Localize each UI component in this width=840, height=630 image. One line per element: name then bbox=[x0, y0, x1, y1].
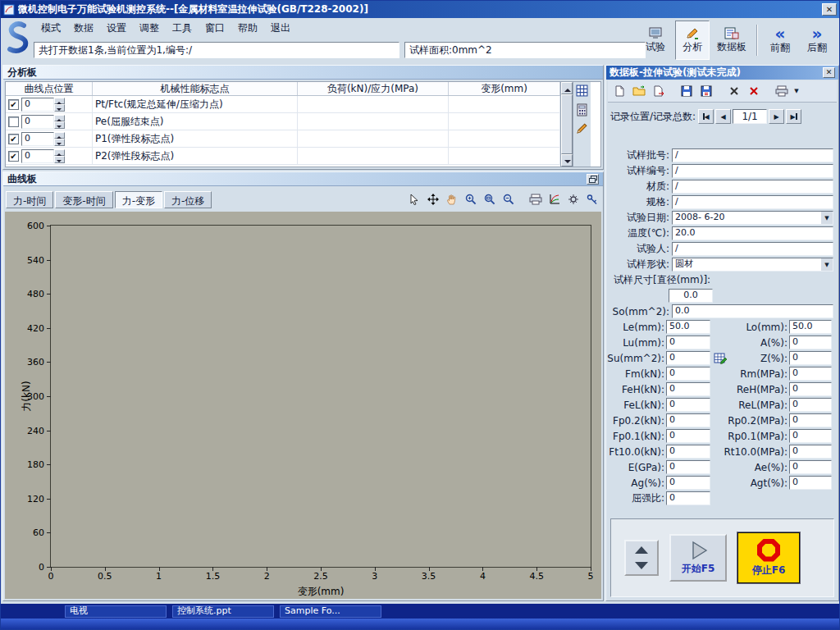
menu-item-tools[interactable]: 工具 bbox=[167, 19, 198, 38]
edit-pencil-button[interactable] bbox=[574, 121, 590, 136]
field-input[interactable]: 0 bbox=[666, 398, 710, 412]
open-record-button[interactable] bbox=[630, 82, 648, 100]
menu-item-help[interactable]: 帮助 bbox=[232, 19, 263, 38]
field-input[interactable]: 0 bbox=[666, 429, 710, 443]
prev-record-button[interactable]: ◀ bbox=[715, 109, 731, 124]
grid-table-button[interactable] bbox=[574, 83, 590, 98]
dropdown-arrow-icon[interactable]: ▼ bbox=[820, 211, 833, 225]
taskbar-item-0[interactable]: 电视 bbox=[65, 605, 167, 618]
row-checkbox[interactable]: ✔ bbox=[8, 151, 19, 162]
next-record-button[interactable]: ▶ bbox=[769, 109, 784, 124]
crosshead-updown-button[interactable] bbox=[624, 540, 659, 576]
field-input[interactable]: 0 bbox=[789, 460, 832, 474]
menu-item-settings[interactable]: 设置 bbox=[101, 19, 132, 38]
curve-restore-button[interactable] bbox=[587, 174, 599, 185]
curve-compare-button[interactable] bbox=[546, 191, 563, 208]
zoom-out-button[interactable] bbox=[500, 191, 517, 208]
field-input[interactable]: 0 bbox=[666, 351, 710, 365]
scroll-thumb[interactable] bbox=[561, 94, 573, 154]
spin-down-icon[interactable] bbox=[54, 156, 65, 163]
material-input[interactable]: / bbox=[672, 180, 833, 194]
window-close-button[interactable]: ✕ bbox=[822, 3, 837, 16]
field-input[interactable]: 0 bbox=[789, 398, 832, 412]
ratio-field-input[interactable]: 0 bbox=[666, 491, 710, 505]
next-page-button[interactable]: » 后翻 bbox=[800, 21, 834, 60]
save-all-button[interactable] bbox=[697, 82, 715, 100]
spin-up-icon[interactable] bbox=[54, 149, 65, 157]
new-record-button[interactable] bbox=[610, 82, 628, 100]
plot-area[interactable]: 力(kN) 变形(mm) 060120180240300360420480540… bbox=[50, 225, 591, 568]
tab-deform-time[interactable]: 变形-时间 bbox=[55, 191, 112, 208]
spin-down-icon[interactable] bbox=[54, 121, 65, 129]
menu-item-exit[interactable]: 退出 bbox=[265, 19, 296, 38]
start-test-button[interactable]: 开始F5 bbox=[669, 534, 727, 582]
analyze-button[interactable]: 分析 bbox=[675, 21, 710, 60]
test-button[interactable]: 试验 bbox=[638, 21, 673, 60]
menu-item-window[interactable]: 窗口 bbox=[199, 19, 231, 38]
select-cursor-button[interactable] bbox=[405, 191, 422, 208]
tester-input[interactable]: / bbox=[672, 242, 833, 256]
delete-record-button[interactable] bbox=[725, 82, 743, 100]
spin-down-icon[interactable] bbox=[54, 104, 65, 112]
field-input[interactable]: 0 bbox=[666, 336, 710, 349]
sample-number-input[interactable]: / bbox=[672, 164, 833, 178]
so-field-input[interactable]: 0.0 bbox=[672, 304, 833, 318]
row-checkbox[interactable]: ✔ bbox=[8, 99, 19, 110]
edit-grid-icon[interactable] bbox=[714, 351, 728, 365]
taskbar-item-2[interactable]: Sample Fo... bbox=[280, 605, 381, 618]
temperature-input[interactable]: 20.0 bbox=[672, 226, 833, 240]
export-record-button[interactable] bbox=[650, 82, 668, 100]
field-input[interactable]: 0 bbox=[789, 429, 832, 443]
scroll-up-icon[interactable] bbox=[561, 82, 573, 94]
point-position-value[interactable]: 0 bbox=[21, 132, 54, 146]
crosshair-button[interactable] bbox=[424, 191, 441, 208]
menu-item-adjust[interactable]: 调整 bbox=[134, 19, 165, 38]
data-panel-close-button[interactable]: ✕ bbox=[823, 67, 835, 78]
probe-key-button[interactable] bbox=[583, 191, 600, 208]
first-record-button[interactable]: ◀ bbox=[698, 109, 714, 124]
spin-up-icon[interactable] bbox=[54, 98, 65, 105]
tab-force-time[interactable]: 力-时间 bbox=[6, 191, 53, 208]
print-curve-button[interactable] bbox=[527, 191, 544, 208]
field-input[interactable]: 0 bbox=[789, 351, 832, 365]
zoom-in-button[interactable] bbox=[462, 191, 479, 208]
row-checkbox[interactable]: ✔ bbox=[8, 134, 19, 144]
field-input[interactable]: 0 bbox=[666, 476, 710, 490]
taskbar-item-1[interactable]: 控制系统.ppt bbox=[172, 605, 274, 618]
menu-item-mode[interactable]: 模式 bbox=[35, 19, 66, 38]
field-input[interactable]: 0 bbox=[789, 336, 832, 349]
menu-item-data[interactable]: 数据 bbox=[68, 19, 99, 38]
table-scrollbar[interactable] bbox=[560, 82, 573, 167]
point-position-value[interactable]: 0 bbox=[21, 98, 54, 112]
row-checkbox[interactable] bbox=[8, 116, 19, 127]
sample-batch-input[interactable]: / bbox=[672, 148, 833, 162]
field-input[interactable]: 0 bbox=[666, 413, 710, 427]
calculator-button[interactable] bbox=[574, 102, 590, 117]
zoom-window-button[interactable] bbox=[481, 191, 498, 208]
print-dropdown-icon[interactable]: ▼ bbox=[792, 82, 801, 100]
field-input[interactable]: 50.0 bbox=[666, 320, 710, 334]
prev-page-button[interactable]: « 前翻 bbox=[763, 21, 797, 60]
stop-test-button[interactable]: 停止F6 bbox=[737, 532, 800, 583]
field-input[interactable]: 0 bbox=[789, 367, 832, 381]
field-input[interactable]: 50.0 bbox=[789, 320, 832, 334]
field-input[interactable]: 0 bbox=[789, 413, 832, 427]
spin-down-icon[interactable] bbox=[54, 139, 65, 146]
save-button[interactable] bbox=[678, 82, 696, 100]
point-position-value[interactable]: 0 bbox=[21, 115, 54, 129]
point-position-value[interactable]: 0 bbox=[21, 149, 54, 163]
scroll-down-icon[interactable] bbox=[561, 154, 573, 167]
databoard-button[interactable]: 数据板 bbox=[712, 21, 751, 60]
dropdown-arrow-icon[interactable]: ▼ bbox=[820, 258, 833, 272]
field-input[interactable]: 0 bbox=[789, 382, 832, 396]
sample-size-input[interactable]: 0.0 bbox=[669, 289, 713, 303]
field-input[interactable]: 0 bbox=[666, 382, 710, 396]
field-input[interactable]: 0 bbox=[666, 460, 710, 474]
print-report-button[interactable] bbox=[773, 82, 791, 100]
tab-force-deform[interactable]: 力-变形 bbox=[115, 191, 162, 208]
field-input[interactable]: 0 bbox=[789, 445, 832, 459]
pan-hand-button[interactable] bbox=[443, 191, 460, 208]
field-input[interactable]: 0 bbox=[666, 367, 710, 381]
test-date-input[interactable]: 2008- 6-20▼ bbox=[672, 211, 833, 225]
spin-up-icon[interactable] bbox=[54, 132, 65, 139]
